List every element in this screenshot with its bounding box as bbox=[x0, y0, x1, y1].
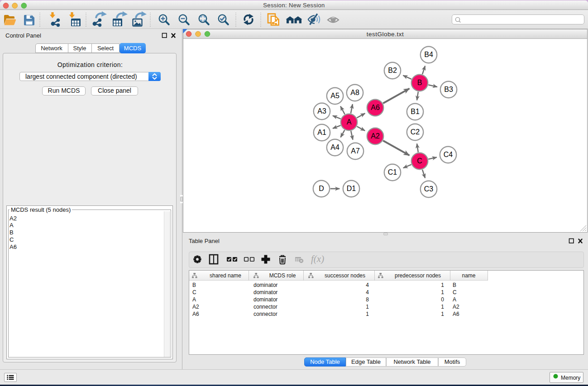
svg-text:B4: B4 bbox=[424, 51, 433, 58]
svg-text:C4: C4 bbox=[444, 151, 453, 158]
svg-text:A7: A7 bbox=[351, 147, 360, 155]
svg-text:A: A bbox=[347, 118, 352, 126]
svg-text:B3: B3 bbox=[444, 86, 453, 93]
svg-text:B: B bbox=[417, 79, 422, 86]
svg-text:B2: B2 bbox=[388, 67, 397, 74]
svg-text:A5: A5 bbox=[330, 92, 339, 100]
svg-text:A3: A3 bbox=[317, 107, 326, 115]
svg-text:f(x): f(x) bbox=[311, 253, 324, 264]
svg-text:C1: C1 bbox=[388, 168, 397, 176]
svg-text:A4: A4 bbox=[330, 143, 339, 151]
svg-text:C3: C3 bbox=[424, 185, 434, 193]
svg-text:A6: A6 bbox=[371, 104, 380, 111]
svg-text:A2: A2 bbox=[371, 132, 380, 140]
svg-text:C2: C2 bbox=[411, 128, 420, 136]
svg-text:B1: B1 bbox=[411, 108, 420, 115]
svg-text:D: D bbox=[319, 185, 324, 192]
svg-text:D1: D1 bbox=[347, 185, 356, 192]
svg-text:C: C bbox=[417, 157, 422, 165]
svg-text:A8: A8 bbox=[350, 89, 359, 96]
svg-text:A1: A1 bbox=[317, 129, 326, 136]
